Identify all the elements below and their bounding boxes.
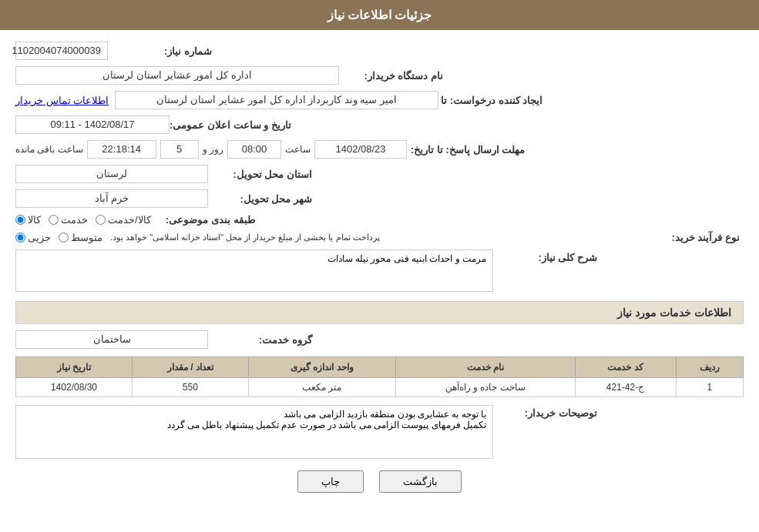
category-kala-khadamat-label: کالا/خدمت (108, 214, 151, 226)
creator-row: ایجاد کننده درخواست: تا امیر سیه وند کار… (15, 91, 744, 109)
process-motovaset-radio[interactable] (59, 233, 69, 243)
category-kala-khadamat-option[interactable]: کالا/خدمت (96, 214, 151, 226)
description-label: شرح کلی نیاز: (493, 249, 601, 263)
services-table: ردیف کد خدمت نام خدمت واحد اندازه گیری ت… (15, 356, 744, 397)
process-jozei-label: جزیی (28, 232, 51, 243)
service-group-row: گروه خدمت: ساختمان (15, 330, 744, 349)
province-label: استان محل تحویل: (208, 169, 316, 180)
deadline-remaining-label: ساعت باقی مانده (15, 144, 83, 155)
need-number-label: شماره نیاز: (108, 45, 216, 57)
contact-link[interactable]: اطلاعات تماس خریدار (15, 95, 109, 106)
col-date: تاریخ نیاز (16, 357, 133, 378)
services-section-header: اطلاعات خدمات مورد نیاز (15, 301, 744, 324)
col-row-num: ردیف (676, 357, 743, 378)
category-radio-group: کالا/خدمت خدمت کالا (15, 214, 151, 226)
description-textarea[interactable] (15, 249, 493, 292)
process-jozei-radio[interactable] (15, 233, 25, 243)
category-kala-option[interactable]: کالا (15, 214, 41, 226)
process-label: نوع فرآیند خرید: (636, 232, 744, 243)
process-note: پرداخت تمام یا بخشی از مبلغ خریدار از مح… (110, 233, 380, 243)
deadline-row: مهلت ارسال پاسخ: تا تاریخ: 1402/08/23 سا… (15, 140, 744, 159)
category-khadamat-radio[interactable] (49, 215, 59, 225)
city-row: شهر محل تحویل: خرم آباد (15, 189, 744, 208)
col-qty: تعداد / مقدار (132, 357, 248, 378)
process-jozei-option[interactable]: جزیی (15, 232, 51, 243)
buyer-notes-label: توصیحات خریدار: (493, 405, 601, 419)
process-motovaset-label: متوسط (71, 232, 102, 243)
button-row: بازگشت چاپ (15, 470, 744, 493)
category-label: طبقه بندی موضوعی: (151, 214, 259, 226)
description-row: شرح کلی نیاز: (15, 249, 744, 292)
col-service-name: نام خدمت (395, 357, 575, 378)
print-button[interactable]: چاپ (297, 470, 364, 493)
province-row: استان محل تحویل: لرستان (15, 165, 744, 183)
province-value: لرستان (15, 165, 208, 183)
category-kala-radio[interactable] (15, 215, 25, 225)
deadline-days-label: روز و (203, 144, 223, 155)
deadline-date: 1402/08/23 (314, 140, 407, 159)
process-radio-group: پرداخت تمام یا بخشی از مبلغ خریدار از مح… (15, 232, 636, 243)
buyer-notes-textarea[interactable] (15, 405, 493, 459)
need-number-value: 1102004074000039 (15, 42, 108, 60)
buyer-org-label: نام دستگاه خریدار: (339, 70, 447, 82)
announcement-label: تاریخ و ساعت اعلان عمومی: (170, 119, 295, 131)
deadline-label: مهلت ارسال پاسخ: تا تاریخ: (411, 144, 529, 156)
category-kala-khadamat-radio[interactable] (96, 215, 106, 225)
table-row: 1ج-42-421ساخت جاده و راه‌آهنمتر مکعب5501… (16, 378, 744, 397)
creator-label: ایجاد کننده درخواست: تا (438, 95, 546, 106)
buyer-org-value: اداره کل امور عشایر استان لرستان (15, 66, 339, 85)
category-row: طبقه بندی موضوعی: کالا/خدمت خدمت کالا (15, 214, 744, 226)
buyer-org-row: نام دستگاه خریدار: اداره کل امور عشایر ا… (15, 66, 744, 85)
need-number-row: شماره نیاز: 1102004074000039 (15, 42, 744, 60)
deadline-time: 08:00 (227, 140, 281, 159)
creator-value: امیر سیه وند کاربرداز اداره کل امور عشای… (115, 91, 438, 109)
buyer-notes-row: توصیحات خریدار: (15, 405, 744, 459)
announcement-row: تاریخ و ساعت اعلان عمومی: 1402/08/17 - 0… (15, 115, 744, 134)
process-motovaset-option[interactable]: متوسط (59, 232, 102, 243)
back-button[interactable]: بازگشت (379, 470, 462, 493)
category-kala-label: کالا (28, 214, 41, 226)
page-title: جزئیات اطلاعات نیاز (0, 0, 759, 30)
service-group-value: ساختمان (15, 330, 208, 349)
city-label: شهر محل تحویل: (208, 193, 316, 205)
deadline-time-label: ساعت (285, 144, 311, 155)
process-row: نوع فرآیند خرید: پرداخت تمام یا بخشی از … (15, 232, 744, 243)
category-khadamat-label: خدمت (61, 214, 88, 226)
service-group-label: گروه خدمت: (208, 334, 316, 346)
col-unit: واحد اندازه گیری (248, 357, 395, 378)
announcement-value: 1402/08/17 - 09:11 (15, 115, 170, 134)
deadline-days: 5 (160, 140, 199, 159)
deadline-remaining: 22:18:14 (87, 140, 156, 159)
city-value: خرم آباد (15, 189, 208, 208)
services-table-container: ردیف کد خدمت نام خدمت واحد اندازه گیری ت… (15, 356, 744, 397)
category-khadamat-option[interactable]: خدمت (49, 214, 88, 226)
col-service-code: کد خدمت (575, 357, 676, 378)
